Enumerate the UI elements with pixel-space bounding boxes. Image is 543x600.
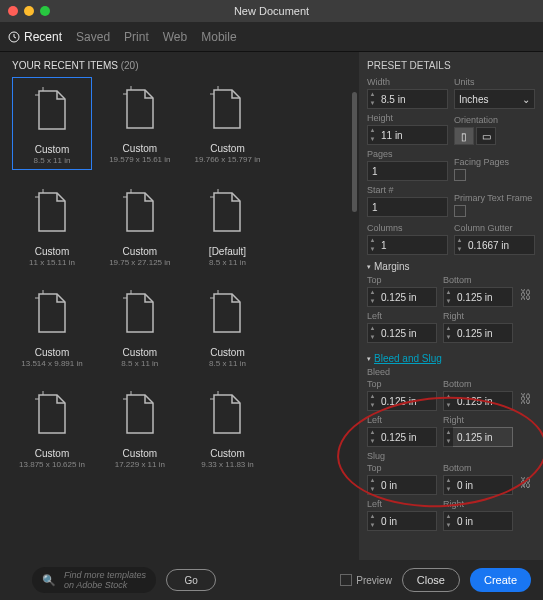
tab-recent[interactable]: Recent: [8, 30, 62, 44]
margin-left-field[interactable]: ▲▼0.125 in: [367, 323, 437, 343]
window-title: New Document: [0, 5, 543, 17]
orientation-label: Orientation: [454, 115, 535, 125]
card-dimensions: 19.75 x 27.125 in: [104, 258, 176, 267]
card-dimensions: 13.875 x 10.625 in: [16, 460, 88, 469]
height-field[interactable]: ▲▼11 in: [367, 125, 448, 145]
link-slug-icon[interactable]: ⛓̸: [517, 463, 535, 503]
card-dimensions: 8.5 x 11 in: [192, 258, 264, 267]
tab-print[interactable]: Print: [124, 30, 149, 44]
recent-header: YOUR RECENT ITEMS (20): [12, 60, 355, 71]
orientation-landscape[interactable]: ▭: [476, 127, 496, 145]
card-dimensions: 19.766 x 15.797 in: [192, 155, 264, 164]
document-icon: [105, 184, 175, 240]
preset-card[interactable]: Custom11 x 15.11 in: [12, 180, 92, 271]
card-dimensions: 13.514 x 9.891 in: [16, 359, 88, 368]
bleed-right-field[interactable]: ▲▼0.125 in: [443, 427, 513, 447]
card-title: Custom: [17, 144, 87, 155]
width-label: Width: [367, 77, 448, 87]
card-title: Custom: [104, 246, 176, 257]
card-dimensions: 19.579 x 15.61 in: [104, 155, 176, 164]
margin-bottom-field[interactable]: ▲▼0.125 in: [443, 287, 513, 307]
document-icon: [105, 81, 175, 137]
slug-bottom-field[interactable]: ▲▼0 in: [443, 475, 513, 495]
card-dimensions: 8.5 x 11 in: [104, 359, 176, 368]
card-title: Custom: [192, 347, 264, 358]
document-icon: [192, 184, 262, 240]
create-button[interactable]: Create: [470, 568, 531, 592]
preset-card[interactable]: Custom9.33 x 11.83 in: [188, 382, 268, 473]
height-label: Height: [367, 113, 448, 123]
document-icon: [17, 285, 87, 341]
document-icon: [17, 386, 87, 442]
chevron-down-icon: ▾: [367, 355, 371, 363]
document-icon: [17, 82, 87, 138]
preset-card[interactable]: Custom13.514 x 9.891 in: [12, 281, 92, 372]
footer: 🔍 Find more templates on Adobe Stock Go …: [0, 560, 543, 600]
card-title: Custom: [192, 143, 264, 154]
margin-top-field[interactable]: ▲▼0.125 in: [367, 287, 437, 307]
preset-card[interactable]: [Default]8.5 x 11 in: [188, 180, 268, 271]
recent-panel: YOUR RECENT ITEMS (20) Custom8.5 x 11 in…: [0, 52, 359, 560]
tab-mobile[interactable]: Mobile: [201, 30, 236, 44]
margins-section[interactable]: ▾Margins: [367, 261, 535, 272]
stock-search[interactable]: 🔍 Find more templates on Adobe Stock: [32, 567, 156, 593]
preset-card[interactable]: Custom19.75 x 27.125 in: [100, 180, 180, 271]
gutter-label: Column Gutter: [454, 223, 535, 233]
gutter-field[interactable]: ▲▼0.1667 in: [454, 235, 535, 255]
preset-details-title: PRESET DETAILS: [367, 60, 535, 71]
card-title: Custom: [16, 246, 88, 257]
margin-right-field[interactable]: ▲▼0.125 in: [443, 323, 513, 343]
tab-web[interactable]: Web: [163, 30, 187, 44]
document-icon: [105, 386, 175, 442]
clock-icon: [8, 31, 20, 43]
preset-card[interactable]: Custom8.5 x 11 in: [12, 77, 92, 170]
card-title: Custom: [192, 448, 264, 459]
tab-saved[interactable]: Saved: [76, 30, 110, 44]
facing-pages-checkbox[interactable]: [454, 169, 466, 181]
slug-left-field[interactable]: ▲▼0 in: [367, 511, 437, 531]
document-icon: [192, 81, 262, 137]
bleed-slug-section[interactable]: ▾Bleed and Slug: [367, 353, 535, 364]
card-title: Custom: [16, 448, 88, 459]
preset-details-panel: PRESET DETAILS Width ▲▼8.5 in Units Inch…: [359, 52, 543, 560]
card-dimensions: 9.33 x 11.83 in: [192, 460, 264, 469]
bleed-label: Bleed: [367, 367, 535, 377]
preview-toggle[interactable]: Preview: [340, 574, 392, 586]
bleed-left-field[interactable]: ▲▼0.125 in: [367, 427, 437, 447]
pages-field[interactable]: 1: [367, 161, 448, 181]
units-select[interactable]: Inches⌄: [454, 89, 535, 109]
start-field[interactable]: 1: [367, 197, 448, 217]
preset-card[interactable]: Custom13.875 x 10.625 in: [12, 382, 92, 473]
orientation-portrait[interactable]: ▯: [454, 127, 474, 145]
ptf-checkbox[interactable]: [454, 205, 466, 217]
slug-label: Slug: [367, 451, 535, 461]
columns-label: Columns: [367, 223, 448, 233]
document-icon: [17, 184, 87, 240]
scrollbar[interactable]: [352, 92, 357, 212]
card-dimensions: 17.229 x 11 in: [104, 460, 176, 469]
card-title: Custom: [104, 143, 176, 154]
preset-card[interactable]: Custom19.766 x 15.797 in: [188, 77, 268, 170]
preset-card[interactable]: Custom8.5 x 11 in: [100, 281, 180, 372]
link-bleed-icon[interactable]: ⛓: [517, 379, 535, 419]
columns-field[interactable]: ▲▼1: [367, 235, 448, 255]
search-placeholder: Find more templates on Adobe Stock: [64, 570, 146, 590]
start-label: Start #: [367, 185, 448, 195]
slug-right-field[interactable]: ▲▼0 in: [443, 511, 513, 531]
go-button[interactable]: Go: [166, 569, 216, 591]
width-field[interactable]: ▲▼8.5 in: [367, 89, 448, 109]
document-icon: [192, 386, 262, 442]
bleed-bottom-field[interactable]: ▲▼0.125 in: [443, 391, 513, 411]
close-button[interactable]: Close: [402, 568, 460, 592]
preset-card[interactable]: Custom17.229 x 11 in: [100, 382, 180, 473]
card-title: Custom: [104, 347, 176, 358]
facing-pages-label: Facing Pages: [454, 157, 535, 167]
slug-top-field[interactable]: ▲▼0 in: [367, 475, 437, 495]
preset-grid: Custom8.5 x 11 inCustom19.579 x 15.61 in…: [12, 77, 355, 473]
link-margins-icon[interactable]: ⛓: [517, 275, 535, 315]
preset-card[interactable]: Custom8.5 x 11 in: [188, 281, 268, 372]
bleed-top-field[interactable]: ▲▼0.125 in: [367, 391, 437, 411]
units-label: Units: [454, 77, 535, 87]
card-dimensions: 8.5 x 11 in: [192, 359, 264, 368]
preset-card[interactable]: Custom19.579 x 15.61 in: [100, 77, 180, 170]
